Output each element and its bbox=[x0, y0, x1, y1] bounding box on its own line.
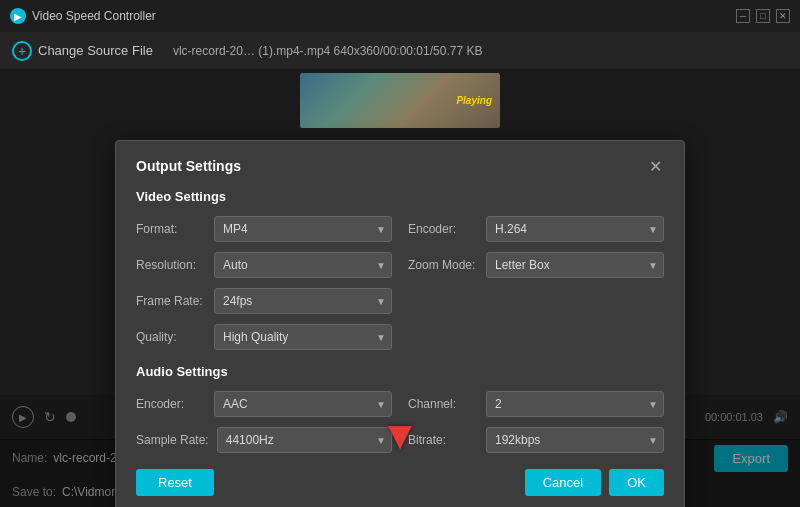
format-select[interactable]: MP4 bbox=[214, 216, 392, 242]
quality-select-wrapper: High Quality ▼ bbox=[214, 324, 392, 350]
close-window-button[interactable]: ✕ bbox=[776, 9, 790, 23]
frame-rate-label: Frame Rate: bbox=[136, 294, 206, 308]
thumbnail-text: Playing bbox=[456, 95, 492, 106]
dialog-buttons: Reset Cancel OK bbox=[136, 469, 664, 496]
audio-encoder-label: Encoder: bbox=[136, 397, 206, 411]
plus-icon: + bbox=[12, 41, 32, 61]
ok-cancel-group: Cancel OK bbox=[525, 469, 664, 496]
file-info: vlc-record-20… (1).mp4-.mp4 640x360/00:0… bbox=[173, 44, 483, 58]
dialog-close-button[interactable]: ✕ bbox=[646, 157, 664, 175]
video-thumbnail: Playing bbox=[300, 73, 500, 128]
zoom-mode-row: Zoom Mode: Letter Box ▼ bbox=[408, 252, 664, 278]
minimize-button[interactable]: ─ bbox=[736, 9, 750, 23]
quality-select[interactable]: High Quality bbox=[214, 324, 392, 350]
maximize-button[interactable]: □ bbox=[756, 9, 770, 23]
frame-rate-select-wrapper: 24fps ▼ bbox=[214, 288, 392, 314]
video-settings-label: Video Settings bbox=[136, 189, 664, 204]
audio-encoder-row: Encoder: AAC ▼ bbox=[136, 391, 392, 417]
sample-rate-row: Sample Rate: 44100Hz ▼ bbox=[136, 427, 392, 453]
encoder-row: Encoder: H.264 ▼ bbox=[408, 216, 664, 242]
format-select-wrapper: MP4 ▼ bbox=[214, 216, 392, 242]
video-settings-grid: Format: MP4 ▼ Encoder: H.264 bbox=[136, 216, 664, 350]
resolution-label: Resolution: bbox=[136, 258, 206, 272]
quality-label: Quality: bbox=[136, 330, 206, 344]
arrow-indicator: ▼ bbox=[380, 415, 420, 455]
app-title: Video Speed Controller bbox=[32, 9, 156, 23]
frame-rate-select[interactable]: 24fps bbox=[214, 288, 392, 314]
cancel-button[interactable]: Cancel bbox=[525, 469, 601, 496]
sample-rate-select[interactable]: 44100Hz bbox=[217, 427, 392, 453]
toolbar: + Change Source File vlc-record-20… (1).… bbox=[0, 32, 800, 70]
channel-select[interactable]: 2 bbox=[486, 391, 664, 417]
bitrate-row: Bitrate: 192kbps ▼ bbox=[408, 427, 664, 453]
sample-rate-select-wrapper: 44100Hz ▼ bbox=[217, 427, 392, 453]
encoder-label: Encoder: bbox=[408, 222, 478, 236]
encoder-select[interactable]: H.264 bbox=[486, 216, 664, 242]
channel-label: Channel: bbox=[408, 397, 478, 411]
change-source-button[interactable]: + Change Source File bbox=[12, 41, 153, 61]
ok-button[interactable]: OK bbox=[609, 469, 664, 496]
zoom-mode-select[interactable]: Letter Box bbox=[486, 252, 664, 278]
app-icon: ▶ bbox=[10, 8, 26, 24]
channel-row: Channel: 2 ▼ bbox=[408, 391, 664, 417]
format-label: Format: bbox=[136, 222, 206, 236]
format-row: Format: MP4 ▼ bbox=[136, 216, 392, 242]
zoom-mode-select-wrapper: Letter Box ▼ bbox=[486, 252, 664, 278]
dialog-header: Output Settings ✕ bbox=[136, 157, 664, 175]
window-controls: ─ □ ✕ bbox=[736, 9, 790, 23]
audio-settings-label: Audio Settings bbox=[136, 364, 664, 379]
empty-cell bbox=[408, 288, 664, 314]
title-bar: ▶ Video Speed Controller ─ □ ✕ bbox=[0, 0, 800, 32]
audio-encoder-select[interactable]: AAC bbox=[214, 391, 392, 417]
resolution-row: Resolution: Auto ▼ bbox=[136, 252, 392, 278]
audio-encoder-select-wrapper: AAC ▼ bbox=[214, 391, 392, 417]
bitrate-select-wrapper: 192kbps ▼ bbox=[486, 427, 664, 453]
video-preview: Playing bbox=[0, 70, 800, 130]
change-source-label: Change Source File bbox=[38, 43, 153, 58]
main-area: Output Settings ✕ Video Settings Format:… bbox=[0, 130, 800, 507]
frame-rate-row: Frame Rate: 24fps ▼ bbox=[136, 288, 392, 314]
zoom-mode-label: Zoom Mode: bbox=[408, 258, 478, 272]
resolution-select-wrapper: Auto ▼ bbox=[214, 252, 392, 278]
title-bar-left: ▶ Video Speed Controller bbox=[10, 8, 156, 24]
encoder-select-wrapper: H.264 ▼ bbox=[486, 216, 664, 242]
resolution-select[interactable]: Auto bbox=[214, 252, 392, 278]
dialog-title: Output Settings bbox=[136, 158, 241, 174]
bitrate-select[interactable]: 192kbps bbox=[486, 427, 664, 453]
down-arrow-icon: ▼ bbox=[380, 415, 420, 455]
sample-rate-label: Sample Rate: bbox=[136, 433, 209, 447]
channel-select-wrapper: 2 ▼ bbox=[486, 391, 664, 417]
quality-row: Quality: High Quality ▼ bbox=[136, 324, 392, 350]
reset-button[interactable]: Reset bbox=[136, 469, 214, 496]
